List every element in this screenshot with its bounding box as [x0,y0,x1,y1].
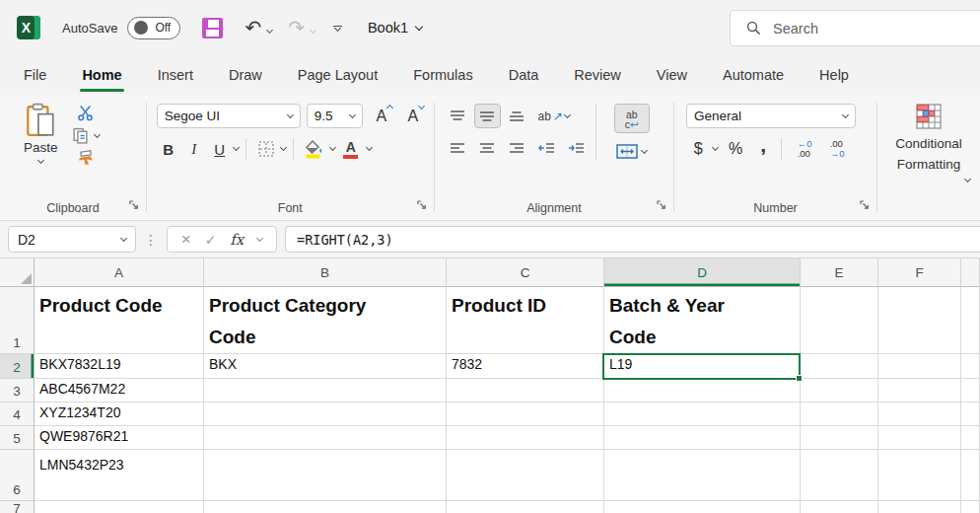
cancel-icon[interactable]: × [181,230,191,250]
cell-F2[interactable] [878,354,961,379]
tab-insert[interactable]: Insert [158,55,193,95]
cut-button[interactable] [72,105,100,121]
number-dialog-launcher-icon[interactable] [860,196,870,214]
cell-D7[interactable] [604,501,801,513]
center-button[interactable] [474,136,501,161]
cell-C4[interactable] [447,403,604,426]
underline-button[interactable]: U [208,137,232,161]
row-header-1[interactable]: 1 [0,287,35,354]
tab-page-layout[interactable]: Page Layout [298,55,378,95]
fill-color-dropdown-chevron-icon[interactable] [329,144,336,151]
cell-D1[interactable]: Batch & Year Code [604,287,801,354]
number-format-combo[interactable]: General [686,104,856,128]
row-header-2[interactable]: 2 [0,354,35,379]
cell-B5[interactable] [204,426,447,450]
cell-E6[interactable] [801,450,878,501]
tab-formulas[interactable]: Formulas [413,55,472,95]
wrap-text-button[interactable]: ab c↩ [614,104,650,133]
cell-G2[interactable] [961,354,980,379]
font-name-combo[interactable]: Segoe UI [157,104,301,128]
font-color-button[interactable]: A [337,137,365,161]
cell-D2-selected[interactable]: L19 [604,354,801,379]
cell-C3[interactable] [447,379,604,403]
customize-quick-access-toolbar-icon[interactable] [333,26,342,31]
underline-dropdown-chevron-icon[interactable] [233,144,240,151]
bold-button[interactable]: B [157,137,180,161]
cell-F7[interactable] [878,501,961,513]
column-header-E[interactable]: E [801,258,878,287]
autosave-toggle[interactable]: Off [127,17,180,39]
accounting-dropdown-chevron-icon[interactable] [712,143,719,150]
tab-automate[interactable]: Automate [723,55,784,95]
tab-data[interactable]: Data [509,55,539,95]
row-header-4[interactable]: 4 [0,403,35,426]
cell-F6[interactable] [878,450,961,501]
column-header-D[interactable]: D [604,258,801,287]
alignment-dialog-launcher-icon[interactable] [657,196,666,214]
name-box[interactable]: D2 [8,226,136,253]
tab-draw[interactable]: Draw [229,55,262,95]
clipboard-dialog-launcher-icon[interactable] [129,196,139,214]
cell-A4[interactable]: XYZ1234T20 [35,403,204,426]
cell-C5[interactable] [447,426,604,450]
cell-A1[interactable]: Product Code [35,287,204,354]
workbook-title[interactable]: Book1 [368,20,422,36]
cell-D3[interactable] [604,379,801,403]
cell-F1[interactable] [878,287,961,354]
borders-button[interactable] [253,137,279,161]
italic-button[interactable]: I [182,137,206,161]
copy-dropdown-chevron-icon[interactable] [93,130,100,137]
column-header-A[interactable]: A [35,258,204,287]
cell-B6[interactable] [204,450,447,501]
paste-button[interactable]: Paste [24,103,58,196]
cell-D6[interactable] [604,450,801,501]
cell-F3[interactable] [878,379,961,403]
decrease-decimal-button[interactable]: .00 →0 [822,136,852,161]
cell-G6[interactable] [961,450,980,501]
increase-decimal-button[interactable]: ←0 .00 [790,136,819,161]
column-header-B[interactable]: B [204,258,447,287]
cell-G5[interactable] [961,426,980,450]
cell-E2[interactable] [801,354,878,379]
cell-C7[interactable] [447,501,604,513]
top-align-button[interactable] [445,104,471,128]
cell-G1[interactable] [961,287,980,354]
cell-E7[interactable] [801,501,878,513]
accounting-format-button[interactable]: $ [686,136,710,161]
increase-indent-button[interactable] [563,136,590,161]
tab-file[interactable]: File [24,55,46,95]
insert-function-icon[interactable]: fx [230,231,244,249]
fill-color-button[interactable] [301,137,328,161]
increase-font-size-button[interactable]: A [369,105,394,128]
enter-check-icon[interactable]: ✓ [205,232,217,248]
cell-C6[interactable] [447,450,604,501]
undo-icon[interactable]: ↶ [245,18,261,37]
cell-C1[interactable]: Product ID [447,287,604,354]
fx-chevron-icon[interactable] [256,234,263,241]
formula-input[interactable]: =RIGHT(A2,3) [285,226,980,253]
font-dialog-launcher-icon[interactable] [417,196,427,214]
cell-B4[interactable] [204,403,447,426]
formula-bar-more-icon[interactable]: ⋮ [144,232,159,248]
decrease-indent-button[interactable] [533,136,560,161]
cell-G7[interactable] [961,501,980,513]
row-header-5[interactable]: 5 [0,426,35,450]
redo-icon[interactable]: ↷ [288,18,305,37]
cell-A6[interactable]: LMN5432P23 [35,450,204,501]
redo-dropdown-chevron-icon[interactable] [311,19,315,37]
cell-E1[interactable] [801,287,878,354]
align-right-button[interactable] [504,136,530,161]
search-input[interactable] [773,21,921,37]
merge-and-center-button[interactable] [610,139,654,164]
cell-B3[interactable] [204,379,447,403]
column-header-F[interactable]: F [878,258,961,287]
bottom-align-button[interactable] [504,104,530,128]
cell-A7[interactable] [35,501,204,513]
borders-dropdown-chevron-icon[interactable] [280,144,287,151]
cell-E5[interactable] [801,426,878,450]
format-painter-button[interactable] [72,150,100,166]
cell-A3[interactable]: ABC4567M22 [35,379,204,403]
excel-logo-icon[interactable]: X [17,16,40,39]
undo-dropdown-chevron-icon[interactable] [267,19,272,37]
cell-A5[interactable]: QWE9876R21 [35,426,204,450]
